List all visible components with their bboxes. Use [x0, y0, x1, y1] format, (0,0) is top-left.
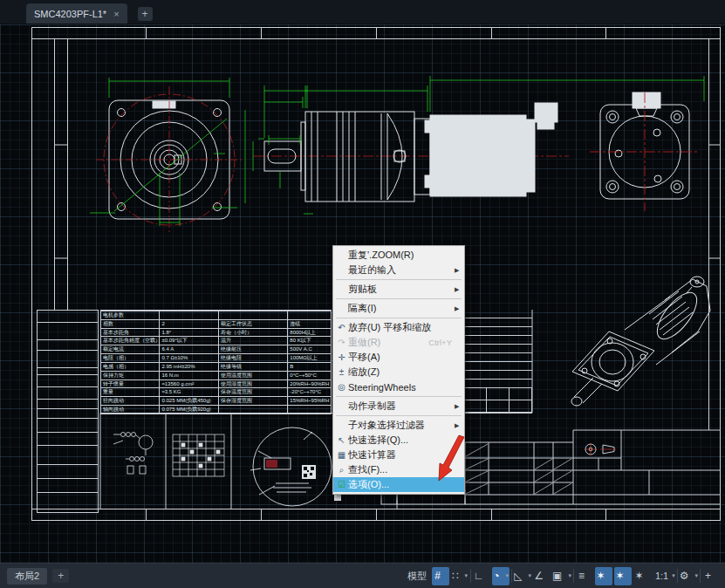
- param-value: 16 N.m: [159, 372, 217, 379]
- menu-options[interactable]: ☑ 选项(O)...: [333, 477, 464, 492]
- polar-tracking-icon[interactable]: ◔ ▾: [492, 567, 510, 585]
- table-row: [465, 310, 532, 318]
- chevron-down-icon: ▾: [528, 572, 531, 579]
- ortho-icon[interactable]: ∟: [473, 567, 490, 585]
- revision-row: [38, 340, 98, 351]
- menu-isolate[interactable]: 隔离(I) ▶: [333, 301, 464, 316]
- param-label: 电机参数: [101, 311, 159, 319]
- isometric-view: [571, 277, 710, 406]
- param-label: 绝缘电阻: [218, 354, 287, 362]
- menu-repeat-zoom[interactable]: 重复'.ZOOM(R): [333, 248, 464, 263]
- menu-zoom[interactable]: ± 缩放(Z): [333, 365, 464, 379]
- menu-redo[interactable]: ↷ 重做(R) Ctrl+Y: [333, 335, 464, 350]
- menu-item-label: 重复'.ZOOM(R): [348, 249, 452, 262]
- menu-item-icon: ↶: [335, 323, 348, 332]
- annotation-scale-select[interactable]: 1:1 ▾: [653, 567, 675, 585]
- status-icon: ≡: [578, 570, 585, 582]
- status-item[interactable]: [573, 569, 574, 583]
- menu-steeringwheels[interactable]: ◎ SteeringWheels: [333, 379, 464, 394]
- param-value: 0°C~+50°C: [287, 372, 331, 379]
- param-label: 使用温度范围: [218, 372, 287, 379]
- snap-mode-icon[interactable]: ∷ ▾: [451, 567, 469, 585]
- menu-undo[interactable]: ↶ 放弃(U) 平移和缩放: [333, 320, 464, 335]
- annotation-visibility-icon[interactable]: ✶: [595, 567, 612, 585]
- table-row: 电阻（相） 0.7 Ω±10% 绝缘电阻 100MΩ以上: [101, 353, 331, 362]
- status-icon: ◔: [493, 570, 499, 582]
- wiring-diagram: [113, 433, 153, 475]
- object-snap-icon[interactable]: ▣ ▾: [552, 567, 571, 585]
- annotation-icon[interactable]: ✶: [633, 567, 651, 585]
- table-row: [465, 327, 532, 336]
- menu-item-icon: ▦: [335, 450, 348, 460]
- submenu-arrow-icon: ▶: [455, 267, 462, 274]
- table-row: [465, 353, 532, 362]
- menu-find[interactable]: ⌕ 查找(F)...: [333, 462, 464, 477]
- isodraft-icon[interactable]: ◺ ▾: [514, 567, 531, 585]
- status-icon: ◺: [514, 570, 522, 582]
- ratio-cell: [510, 400, 532, 413]
- menu-quick-select[interactable]: ↖ 快速选择(Q)...: [333, 433, 464, 448]
- revision-row: [38, 387, 98, 400]
- param-label: 基本步距角精度（空载）: [101, 337, 159, 345]
- menu-separator: [336, 279, 462, 280]
- settings-gear-icon[interactable]: ⚙ ▾: [680, 567, 698, 585]
- param-label: 保存湿度范围: [218, 397, 287, 405]
- menu-quick-calc[interactable]: ▦ 快速计算器: [333, 448, 464, 462]
- annotation-autoscale-icon[interactable]: ✶: [614, 567, 632, 585]
- new-tab-button[interactable]: +: [138, 7, 153, 21]
- param-value: 80 K以下: [287, 337, 331, 345]
- menu-separator: [336, 396, 462, 397]
- status-icon: ▣: [552, 570, 562, 582]
- ratio-cell: [465, 388, 487, 400]
- status-item[interactable]: [511, 569, 512, 583]
- table-row: 基本步距角精度（空载） ±0.09°以下 温升 80 K以下: [101, 336, 331, 345]
- customize-plus-icon[interactable]: +: [702, 567, 720, 585]
- revision-row: [38, 465, 98, 479]
- status-label: 模型: [405, 570, 429, 583]
- osnap-tracking-icon[interactable]: ∠: [533, 567, 551, 585]
- param-label: 基本步距角: [101, 329, 159, 337]
- status-icon: ✶: [634, 570, 643, 582]
- param-label: 绝缘等级: [218, 363, 287, 371]
- lineweight-icon[interactable]: ≡: [576, 567, 593, 585]
- status-item[interactable]: [677, 569, 678, 583]
- revision-row: [38, 433, 98, 446]
- menu-pan[interactable]: ✛ 平移(A): [333, 350, 464, 365]
- table-row: 轴向跳动 0.075 MM(负载920g): [101, 405, 331, 414]
- menu-item-label: SteeringWheels: [348, 382, 452, 393]
- menu-action-recorder[interactable]: 动作录制器 ▶: [333, 399, 464, 414]
- grid-icon[interactable]: #: [432, 567, 449, 585]
- front-view-centerlines: [96, 86, 243, 233]
- chevron-down-icon: ▾: [505, 572, 509, 579]
- layout-tab[interactable]: 布局2: [7, 568, 47, 585]
- param-label: 保存温度范围: [218, 388, 287, 396]
- chevron-down-icon: ▾: [465, 572, 469, 579]
- menu-item-icon: ±: [335, 367, 348, 377]
- table-row: [465, 379, 532, 388]
- menu-item-label: 动作录制器: [348, 400, 452, 413]
- table-row: 电感（相） 2.95 mH±20% 绝缘等级 B: [101, 362, 331, 371]
- status-toggles: 模型 # ∷ ▾ ∟ ◔ ▾: [405, 567, 725, 585]
- param-value: 2.95 mH±20%: [159, 363, 217, 371]
- document-tab[interactable]: SMC4203PF-L1* ×: [26, 3, 127, 24]
- revision-row: [38, 351, 98, 368]
- menu-item-label: 放弃(U) 平移和缩放: [348, 321, 452, 334]
- revision-row: [38, 479, 98, 493]
- menu-subobject-filter[interactable]: 子对象选择过滤器 ▶: [333, 418, 464, 433]
- table-row: 电机参数: [101, 311, 331, 319]
- menu-recent-input[interactable]: 最近的输入 ▶: [333, 263, 464, 277]
- table-row: 转子惯量 ≈13560 g.cm² 使用湿度范围 20%RH~90%RH: [101, 379, 331, 388]
- menu-item-label: 快速计算器: [348, 448, 452, 462]
- table-row: [465, 371, 532, 379]
- revision-row: [38, 311, 98, 323]
- new-layout-button[interactable]: +: [52, 569, 69, 583]
- close-icon[interactable]: ×: [113, 9, 119, 19]
- status-item[interactable]: [700, 569, 701, 583]
- param-label: 保持力矩: [101, 372, 159, 379]
- model-paper-toggle[interactable]: 模型: [405, 567, 430, 585]
- menu-item-label: 重做(R): [348, 336, 428, 349]
- param-label: 电感（相）: [101, 363, 159, 371]
- menu-clipboard[interactable]: 剪贴板 ▶: [333, 282, 464, 297]
- revision-row: [38, 323, 98, 340]
- status-item[interactable]: [470, 569, 471, 583]
